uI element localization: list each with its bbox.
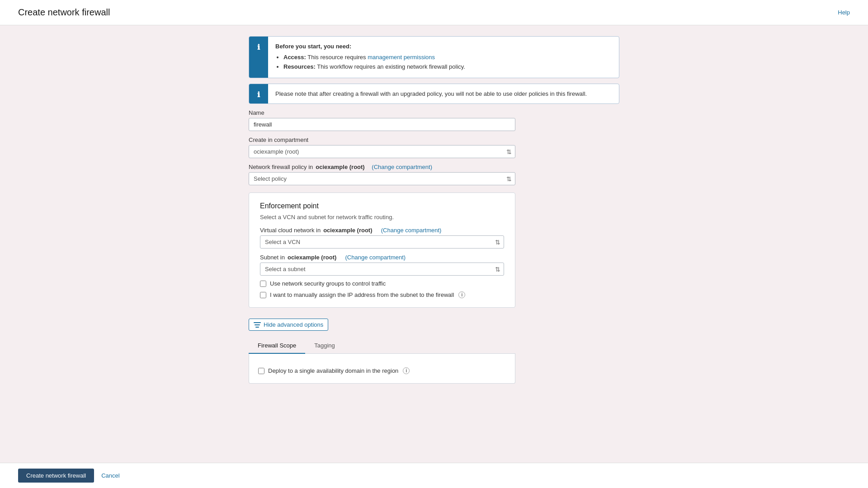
checkbox-nsg-label[interactable]: Use network security groups to control t… [270, 280, 386, 287]
compartment-select[interactable]: ociexample (root) [249, 145, 515, 158]
info-box-1-title: Before you start, you need: [275, 43, 351, 50]
tab-content-firewall-scope: Deploy to a single availability domain i… [249, 354, 515, 384]
info-list-item-access: Access: This resource requires managemen… [283, 53, 465, 62]
info-list-item-resources: Resources: This workflow requires an exi… [283, 62, 465, 71]
help-link[interactable]: Help [838, 9, 850, 16]
subnet-select[interactable]: Select a subnet [260, 263, 504, 276]
svg-rect-2 [255, 327, 259, 328]
create-firewall-button[interactable]: Create network firewall [18, 469, 94, 483]
checkbox-nsg[interactable] [260, 281, 266, 287]
vcn-label-bold: ociexample (root) [323, 227, 372, 234]
compartment-select-wrapper: ociexample (root) ⇅ [249, 145, 515, 158]
checkbox-ip-row: I want to manually assign the IP address… [260, 291, 504, 298]
info-icon-2: ℹ [249, 84, 268, 104]
hide-advanced-section: Hide advanced options [249, 311, 619, 331]
checkbox-ip-label[interactable]: I want to manually assign the IP address… [270, 291, 454, 298]
checkbox-nsg-row: Use network security groups to control t… [260, 280, 504, 287]
tab-tagging[interactable]: Tagging [305, 338, 344, 354]
vcn-change-compartment-link[interactable]: (Change compartment) [381, 227, 442, 234]
info-box-1-list: Access: This resource requires managemen… [275, 53, 465, 71]
svg-rect-1 [255, 324, 260, 325]
page-title: Create network firewall [18, 7, 110, 18]
policy-change-compartment-link[interactable]: (Change compartment) [372, 164, 432, 170]
enforcement-point-card: Enforcement point Select a VCN and subne… [249, 192, 515, 308]
policy-label-bold: ociexample (root) [316, 164, 364, 170]
checkbox-ip[interactable] [260, 292, 266, 298]
subnet-select-wrapper: Select a subnet ⇅ [260, 263, 504, 276]
checkbox-ip-info-icon: i [458, 291, 465, 298]
checkbox-availability-domain[interactable] [258, 368, 264, 374]
access-bold: Access: [283, 54, 306, 61]
policy-label-prefix: Network firewall policy in [249, 164, 313, 170]
policy-label-row: Network firewall policy in ociexample (r… [249, 164, 619, 170]
tab-firewall-scope[interactable]: Firewall Scope [249, 338, 305, 354]
subnet-change-compartment-link[interactable]: (Change compartment) [345, 254, 406, 261]
name-label: Name [249, 109, 619, 116]
vcn-select[interactable]: Select a VCN [260, 235, 504, 249]
main-content: ℹ Before you start, you need: Access: Th… [231, 25, 637, 420]
enforcement-point-title: Enforcement point [260, 202, 504, 210]
policy-select-wrapper: Select policy ⇅ [249, 172, 515, 185]
access-text: This resource requires [307, 54, 368, 61]
name-input[interactable] [249, 118, 515, 131]
svg-rect-0 [254, 322, 261, 323]
vcn-label-prefix: Virtual cloud network in [260, 227, 321, 234]
bottom-bar: Create network firewall Cancel [0, 463, 868, 488]
info-icon-1: ℹ [249, 37, 268, 78]
hide-advanced-btn[interactable]: Hide advanced options [249, 319, 328, 331]
info-box-1: ℹ Before you start, you need: Access: Th… [249, 36, 619, 78]
availability-domain-info-icon: i [403, 367, 410, 374]
cancel-button[interactable]: Cancel [99, 469, 121, 483]
info-box-2: ℹ Please note that after creating a fire… [249, 84, 619, 104]
compartment-section: Create in compartment ociexample (root) … [249, 136, 619, 158]
deploy-availability-domain-row: Deploy to a single availability domain i… [258, 367, 506, 374]
info-box-2-content: Please note that after creating a firewa… [268, 84, 594, 104]
subnet-label-bold: ociexample (root) [288, 254, 336, 261]
top-bar: Create network firewall Help [0, 0, 868, 25]
name-section: Name [249, 109, 619, 131]
management-permissions-link[interactable]: management permissions [368, 54, 435, 61]
subnet-label-row: Subnet in ociexample (root) (Change comp… [260, 254, 504, 261]
policy-section: Network firewall policy in ociexample (r… [249, 164, 619, 185]
checkbox-availability-domain-label[interactable]: Deploy to a single availability domain i… [268, 367, 398, 374]
filter-icon [254, 322, 261, 328]
hide-advanced-label: Hide advanced options [264, 321, 323, 328]
policy-select[interactable]: Select policy [249, 172, 515, 185]
enforcement-point-subtitle: Select a VCN and subnet for network traf… [260, 214, 504, 221]
tabs-header: Firewall Scope Tagging [249, 338, 515, 354]
vcn-select-wrapper: Select a VCN ⇅ [260, 235, 504, 249]
compartment-label: Create in compartment [249, 136, 619, 143]
resources-text: This workflow requires an existing netwo… [317, 63, 465, 70]
subnet-label-prefix: Subnet in [260, 254, 285, 261]
vcn-label-row: Virtual cloud network in ociexample (roo… [260, 227, 504, 234]
tabs-container: Firewall Scope Tagging Deploy to a singl… [249, 338, 515, 384]
info-box-2-text: Please note that after creating a firewa… [275, 90, 587, 97]
resources-bold: Resources: [283, 63, 316, 70]
info-box-1-content: Before you start, you need: Access: This… [268, 37, 472, 78]
